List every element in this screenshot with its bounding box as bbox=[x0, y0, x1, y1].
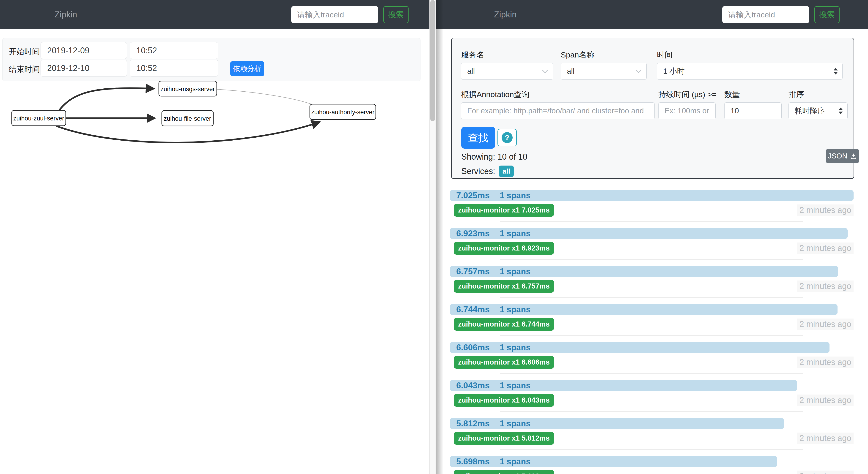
sort-select[interactable]: 耗时降序 bbox=[788, 102, 847, 119]
annotation-query-label: 根据Annotation查询 bbox=[461, 89, 530, 100]
trace-divider bbox=[500, 221, 803, 222]
trace-timestamp: 2 minutes ago bbox=[797, 204, 854, 216]
trace-service-badge: zuihou-monitor x1 7.025ms bbox=[454, 204, 554, 216]
question-mark-icon: ? bbox=[502, 132, 513, 143]
svg-text:zuihou-file-server: zuihou-file-server bbox=[164, 115, 211, 122]
trace-duration: 7.025ms bbox=[456, 191, 490, 200]
graph-edge-msgs-authority bbox=[217, 89, 314, 105]
trace-timestamp: 2 minutes ago bbox=[797, 318, 854, 330]
graph-node-zuul[interactable]: zuihou-zuul-server bbox=[12, 110, 66, 126]
svg-text:zuihou-zuul-server: zuihou-zuul-server bbox=[13, 115, 64, 122]
trace-row[interactable]: 6.757ms 1 spans zuihou-monitor x1 6.757m… bbox=[450, 266, 854, 298]
traceid-input[interactable] bbox=[291, 6, 378, 23]
trace-duration: 6.923ms bbox=[456, 229, 490, 238]
brand-title: Zipkin bbox=[55, 0, 77, 29]
screen: Zipkin 搜索 开始时间 2019-12-09 10:52 结束时间 201… bbox=[0, 0, 868, 474]
trace-row[interactable]: 6.606ms 1 spans zuihou-monitor x1 6.606m… bbox=[450, 342, 854, 374]
end-clock-input[interactable]: 10:52 bbox=[130, 60, 218, 76]
dependency-graph: zuihou-zuul-server zuihou-msgs-server zu… bbox=[0, 75, 434, 222]
trace-divider bbox=[500, 373, 803, 374]
traceid-search-button[interactable]: 搜索 bbox=[383, 6, 409, 23]
select-spinner-icon bbox=[839, 108, 843, 114]
min-duration-input[interactable] bbox=[658, 102, 716, 119]
trace-duration-bar[interactable]: 6.923ms 1 spans bbox=[450, 228, 847, 239]
end-date-input[interactable]: 2019-12-10 bbox=[40, 60, 127, 76]
trace-timestamp: 2 minutes ago bbox=[797, 280, 854, 292]
trace-row[interactable]: 5.698ms 1 spans zuihou-monitor x1 5.698m… bbox=[450, 456, 854, 474]
trace-service-badge: zuihou-monitor x1 5.812ms bbox=[454, 432, 554, 445]
services-all-badge[interactable]: all bbox=[499, 166, 514, 177]
trace-divider bbox=[500, 335, 803, 336]
trace-timestamp: 2 minutes ago bbox=[797, 357, 854, 368]
trace-duration-bar[interactable]: 6.043ms 1 spans bbox=[450, 380, 797, 391]
start-date-input[interactable]: 2019-12-09 bbox=[40, 42, 127, 59]
trace-duration-bar[interactable]: 6.744ms 1 spans bbox=[450, 304, 838, 315]
limit-label: 数量 bbox=[724, 89, 740, 100]
left-scrollbar-thumb[interactable] bbox=[430, 0, 435, 122]
left-nav-search: 搜索 bbox=[291, 6, 409, 23]
trace-meta: zuihou-monitor x1 6.744ms 2 minutes ago bbox=[450, 318, 854, 331]
service-name-value: all bbox=[467, 67, 475, 75]
dependency-analyze-button[interactable]: 依赖分析 bbox=[230, 61, 264, 76]
chevron-down-icon bbox=[636, 68, 641, 73]
trace-row[interactable]: 6.043ms 1 spans zuihou-monitor x1 6.043m… bbox=[450, 380, 854, 412]
left-scrollbar[interactable] bbox=[429, 0, 436, 474]
trace-span-count: 1 spans bbox=[500, 267, 530, 276]
trace-duration-bar[interactable]: 7.025ms 1 spans bbox=[450, 190, 854, 201]
start-clock-input[interactable]: 10:52 bbox=[130, 42, 218, 59]
graph-node-msgs[interactable]: zuihou-msgs-server bbox=[159, 81, 217, 96]
select-spinner-icon bbox=[834, 68, 838, 75]
trace-service-badge: zuihou-monitor x1 5.698ms bbox=[454, 470, 554, 474]
service-name-select[interactable]: all bbox=[461, 63, 553, 80]
trace-service-badge: zuihou-monitor x1 6.757ms bbox=[454, 280, 554, 293]
annotation-query-input[interactable] bbox=[461, 102, 655, 119]
limit-input[interactable] bbox=[724, 102, 782, 119]
trace-span-count: 1 spans bbox=[500, 381, 530, 391]
trace-meta: zuihou-monitor x1 6.923ms 2 minutes ago bbox=[450, 242, 854, 255]
download-icon bbox=[850, 153, 857, 160]
find-button[interactable]: 查找 bbox=[461, 127, 495, 148]
graph-node-authority[interactable]: zuihou-authority-server bbox=[310, 104, 376, 120]
trace-span-count: 1 spans bbox=[500, 457, 530, 467]
trace-timestamp: 2 minutes ago bbox=[797, 242, 854, 254]
span-name-select[interactable]: all bbox=[561, 63, 647, 80]
trace-divider bbox=[500, 449, 803, 450]
graph-node-file[interactable]: zuihou-file-server bbox=[162, 111, 213, 126]
trace-duration-bar[interactable]: 5.812ms 1 spans bbox=[450, 418, 784, 429]
trace-duration-bar[interactable]: 6.606ms 1 spans bbox=[450, 342, 830, 353]
lookback-select[interactable]: 1 小时 bbox=[657, 63, 843, 80]
trace-span-count: 1 spans bbox=[500, 229, 530, 238]
trace-row[interactable]: 6.923ms 1 spans zuihou-monitor x1 6.923m… bbox=[450, 228, 854, 260]
lookback-value: 1 小时 bbox=[663, 66, 685, 76]
showing-count: Showing: 10 of 10 bbox=[461, 152, 527, 162]
right-navbar: Zipkin 搜索 bbox=[436, 0, 868, 29]
trace-span-count: 1 spans bbox=[500, 419, 530, 429]
trace-row[interactable]: 5.812ms 1 spans zuihou-monitor x1 5.812m… bbox=[450, 418, 854, 450]
trace-duration-bar[interactable]: 5.698ms 1 spans bbox=[450, 456, 777, 467]
span-name-value: all bbox=[567, 67, 575, 75]
json-download-button[interactable]: JSON bbox=[826, 149, 859, 163]
trace-divider bbox=[500, 297, 803, 298]
trace-duration: 6.043ms bbox=[456, 381, 490, 391]
help-button[interactable]: ? bbox=[497, 129, 517, 146]
min-duration-label: 持续时间 (µs) >= bbox=[658, 89, 716, 100]
trace-meta: zuihou-monitor x1 7.025ms 2 minutes ago bbox=[450, 204, 854, 216]
brand-title: Zipkin bbox=[494, 0, 517, 29]
trace-span-count: 1 spans bbox=[500, 305, 530, 314]
span-name-label: Span名称 bbox=[561, 50, 594, 60]
date-filter-panel: 开始时间 2019-12-09 10:52 结束时间 2019-12-10 10… bbox=[2, 38, 421, 81]
trace-timestamp: 2 minutes ago bbox=[797, 433, 854, 444]
trace-duration-bar[interactable]: 6.757ms 1 spans bbox=[450, 266, 838, 277]
sort-value: 耗时降序 bbox=[795, 106, 825, 116]
trace-duration: 6.606ms bbox=[456, 343, 490, 352]
trace-row[interactable]: 6.744ms 1 spans zuihou-monitor x1 6.744m… bbox=[450, 304, 854, 336]
svg-text:zuihou-msgs-server: zuihou-msgs-server bbox=[160, 86, 215, 93]
lookback-label: 时间 bbox=[657, 50, 673, 60]
trace-row[interactable]: 7.025ms 1 spans zuihou-monitor x1 7.025m… bbox=[450, 190, 854, 222]
trace-meta: zuihou-monitor x1 6.757ms 2 minutes ago bbox=[450, 280, 854, 293]
window-trace-search: Zipkin 搜索 服务名 all Span名称 all 时间 1 小时 bbox=[436, 0, 868, 474]
traceid-search-button[interactable]: 搜索 bbox=[814, 6, 840, 23]
traceid-input[interactable] bbox=[722, 6, 809, 23]
trace-duration: 6.757ms bbox=[456, 267, 490, 276]
trace-meta: zuihou-monitor x1 5.698ms 2 minutes ago bbox=[450, 470, 854, 474]
